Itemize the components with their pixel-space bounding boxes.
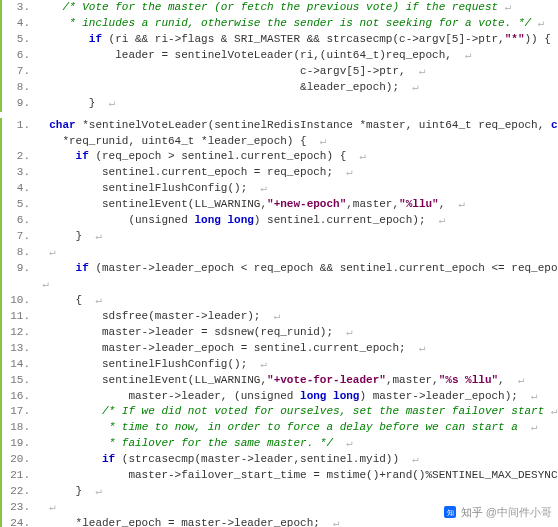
code-line: 20. if (strcasecmp(master->leader,sentin… xyxy=(2,452,558,468)
code-line: 18. * time to now, in order to force a d… xyxy=(2,420,558,436)
code-line: 13. master->leader_epoch = sentinel.curr… xyxy=(2,341,558,357)
code-text: /* If we did not voted for ourselves, se… xyxy=(36,404,558,420)
code-line: ↵ xyxy=(2,277,558,293)
line-number: 3. xyxy=(2,0,36,16)
code-line: 12. master->leader = sdsnew(req_runid); … xyxy=(2,325,558,341)
line-number: 24. xyxy=(2,516,36,527)
code-block-2: 1. char *sentinelVoteLeader(sentinelRedi… xyxy=(0,118,558,527)
line-number: 9. xyxy=(2,261,36,277)
code-line: 8. ↵ xyxy=(2,245,558,261)
line-number: 16. xyxy=(2,389,36,405)
code-text: } ↵ xyxy=(36,484,558,500)
code-text: * failover for the same master. */ ↵ xyxy=(36,436,558,452)
code-line: 19. * failover for the same master. */ ↵ xyxy=(2,436,558,452)
watermark-author: @中间件小哥 xyxy=(486,506,552,518)
code-line: 2. if (req_epoch > sentinel.current_epoc… xyxy=(2,149,558,165)
code-line: 4. sentinelFlushConfig(); ↵ xyxy=(2,181,558,197)
code-line: 14. sentinelFlushConfig(); ↵ xyxy=(2,357,558,373)
code-text: sentinelEvent(LL_WARNING,"+new-epoch",ma… xyxy=(36,197,558,213)
watermark: 知 知乎 @中间件小哥 xyxy=(444,505,552,521)
watermark-brand: 知乎 xyxy=(461,506,483,518)
code-line: 7. } ↵ xyxy=(2,229,558,245)
line-number: 14. xyxy=(2,357,36,373)
code-line: 1. char *sentinelVoteLeader(sentinelRedi… xyxy=(2,118,558,134)
code-text: if (master->leader_epoch < req_epoch && … xyxy=(36,261,558,277)
code-text: } ↵ xyxy=(36,229,558,245)
code-text: if (ri && ri->flags & SRI_MASTER && strc… xyxy=(36,32,558,48)
svg-text:知: 知 xyxy=(446,509,453,516)
line-number: 2. xyxy=(2,149,36,165)
line-number: 5. xyxy=(2,32,36,48)
line-number: 11. xyxy=(2,309,36,325)
line-number: 15. xyxy=(2,373,36,389)
code-text: sentinelEvent(LL_WARNING,"+vote-for-lead… xyxy=(36,373,558,389)
code-text: &leader_epoch); ↵ xyxy=(36,80,558,96)
code-line: 11. sdsfree(master->leader); ↵ xyxy=(2,309,558,325)
line-number: 13. xyxy=(2,341,36,357)
code-line: *req_runid, uint64_t *leader_epoch) { ↵ xyxy=(2,134,558,150)
line-number: 1. xyxy=(2,118,36,134)
line-number: 4. xyxy=(2,16,36,32)
code-line: 5. if (ri && ri->flags & SRI_MASTER && s… xyxy=(2,32,558,48)
code-text: (unsigned long long) sentinel.current_ep… xyxy=(36,213,558,229)
code-text: } ↵ xyxy=(36,96,558,112)
code-line: 15. sentinelEvent(LL_WARNING,"+vote-for-… xyxy=(2,373,558,389)
code-line: 21. master->failover_start_time = mstime… xyxy=(2,468,558,484)
code-line: 22. } ↵ xyxy=(2,484,558,500)
line-number: 21. xyxy=(2,468,36,484)
code-text: if (strcasecmp(master->leader,sentinel.m… xyxy=(36,452,558,468)
line-number: 23. xyxy=(2,500,36,516)
code-text: master->failover_start_time = mstime()+r… xyxy=(36,468,558,484)
line-number: 9. xyxy=(2,96,36,112)
code-line: 10. { ↵ xyxy=(2,293,558,309)
code-line: 6. (unsigned long long) sentinel.current… xyxy=(2,213,558,229)
line-number: 20. xyxy=(2,452,36,468)
line-number: 6. xyxy=(2,48,36,64)
line-number: 18. xyxy=(2,420,36,436)
line-number: 5. xyxy=(2,197,36,213)
code-line: 9. if (master->leader_epoch < req_epoch … xyxy=(2,261,558,277)
line-number: 12. xyxy=(2,325,36,341)
code-line: 7. c->argv[5]->ptr, ↵ xyxy=(2,64,558,80)
code-text: sentinelFlushConfig(); ↵ xyxy=(36,181,558,197)
line-number: 8. xyxy=(2,245,36,261)
line-number: 4. xyxy=(2,181,36,197)
code-line: 17. /* If we did not voted for ourselves… xyxy=(2,404,558,420)
code-line: 16. master->leader, (unsigned long long)… xyxy=(2,389,558,405)
code-text: master->leader, (unsigned long long) mas… xyxy=(36,389,558,405)
code-text: char *sentinelVoteLeader(sentinelRedisIn… xyxy=(36,118,558,134)
code-line: 3. sentinel.current_epoch = req_epoch; ↵ xyxy=(2,165,558,181)
code-text: ↵ xyxy=(36,245,558,261)
line-number: 22. xyxy=(2,484,36,500)
code-block-1: 3. /* Vote for the master (or fetch the … xyxy=(0,0,558,112)
line-number: 19. xyxy=(2,436,36,452)
code-text: ↵ xyxy=(36,277,558,293)
code-text: /* Vote for the master (or fetch the pre… xyxy=(36,0,558,16)
code-line: 4. * includes a runid, otherwise the sen… xyxy=(2,16,558,32)
line-number: 7. xyxy=(2,64,36,80)
line-number: 8. xyxy=(2,80,36,96)
code-text: *req_runid, uint64_t *leader_epoch) { ↵ xyxy=(36,134,558,150)
line-number: 10. xyxy=(2,293,36,309)
code-line: 8. &leader_epoch); ↵ xyxy=(2,80,558,96)
line-number: 3. xyxy=(2,165,36,181)
code-text: { ↵ xyxy=(36,293,558,309)
line-number: 7. xyxy=(2,229,36,245)
code-line: 9. } ↵ xyxy=(2,96,558,112)
code-line: 3. /* Vote for the master (or fetch the … xyxy=(2,0,558,16)
line-number: 17. xyxy=(2,404,36,420)
code-text: leader = sentinelVoteLeader(ri,(uint64_t… xyxy=(36,48,558,64)
code-text: * includes a runid, otherwise the sender… xyxy=(36,16,558,32)
code-text: * time to now, in order to force a delay… xyxy=(36,420,558,436)
line-number: 6. xyxy=(2,213,36,229)
code-text: sdsfree(master->leader); ↵ xyxy=(36,309,558,325)
code-text: master->leader = sdsnew(req_runid); ↵ xyxy=(36,325,558,341)
code-text: if (req_epoch > sentinel.current_epoch) … xyxy=(36,149,558,165)
code-text: sentinel.current_epoch = req_epoch; ↵ xyxy=(36,165,558,181)
code-text: sentinelFlushConfig(); ↵ xyxy=(36,357,558,373)
code-text: master->leader_epoch = sentinel.current_… xyxy=(36,341,558,357)
code-line: 5. sentinelEvent(LL_WARNING,"+new-epoch"… xyxy=(2,197,558,213)
code-line: 6. leader = sentinelVoteLeader(ri,(uint6… xyxy=(2,48,558,64)
code-text: c->argv[5]->ptr, ↵ xyxy=(36,64,558,80)
